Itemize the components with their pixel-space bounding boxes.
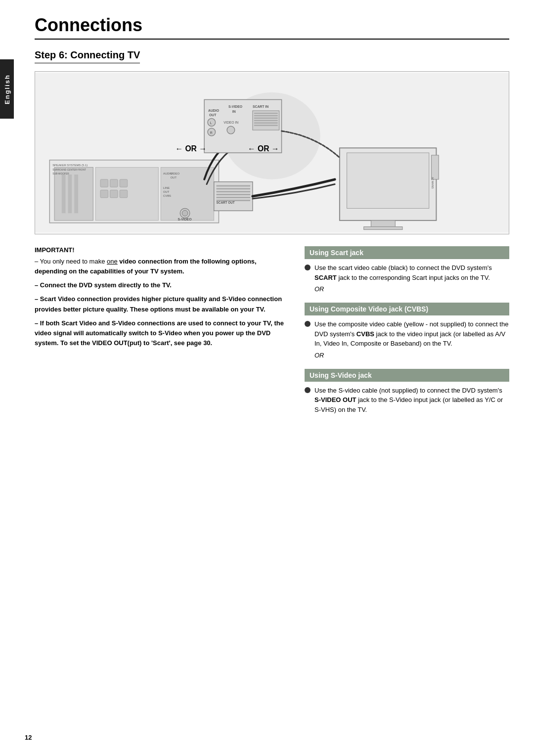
svg-rect-9: [110, 179, 118, 187]
svg-rect-8: [100, 179, 108, 187]
svg-rect-29: [217, 185, 250, 186]
scart-header: Using Scart jack: [305, 246, 509, 259]
svg-text:VIDEO: VIDEO: [171, 172, 180, 175]
svg-rect-60: [432, 155, 439, 179]
important-text: – You only need to make one video connec…: [35, 257, 285, 348]
svg-text:R: R: [210, 131, 213, 134]
bullet-icon: [305, 265, 311, 270]
svg-rect-3: [54, 167, 93, 221]
svg-rect-51: [254, 120, 278, 121]
svg-text:SCART IN: SCART IN: [253, 105, 268, 108]
svg-rect-11: [100, 190, 108, 198]
svg-rect-5: [68, 175, 72, 213]
bullet-icon: [305, 387, 311, 393]
svg-rect-31: [217, 191, 250, 192]
svg-text:AC MAINS: AC MAINS: [431, 177, 434, 189]
svg-rect-34: [217, 200, 250, 201]
svg-text:VIDEO IN: VIDEO IN: [223, 121, 238, 124]
or-text-2: OR: [314, 352, 509, 359]
svg-rect-57: [347, 153, 429, 208]
cvbs-bullet: Use the composite video cable (yellow - …: [305, 319, 509, 349]
svg-text:LINE: LINE: [163, 186, 170, 189]
svg-rect-10: [120, 179, 128, 187]
cvbs-header: Using Composite Video jack (CVBS): [305, 303, 509, 315]
svg-text:OUT: OUT: [163, 190, 170, 193]
language-label: English: [3, 74, 11, 104]
svg-rect-30: [217, 188, 250, 189]
svg-text:L: L: [210, 121, 212, 125]
svg-text:OUT: OUT: [209, 113, 217, 117]
important-label: IMPORTANT!: [35, 246, 285, 254]
bullet-icon: [305, 321, 311, 327]
svideo-bullet-text: Use the S-video cable (not supplied) to …: [314, 386, 509, 415]
important-column: IMPORTANT! – You only need to make one v…: [35, 246, 285, 424]
svg-rect-49: [254, 115, 278, 116]
cvbs-bullet-text: Use the composite video cable (yellow - …: [314, 319, 509, 349]
svg-rect-32: [217, 194, 250, 195]
svg-rect-48: [254, 113, 278, 114]
svg-text:S-VIDEO: S-VIDEO: [228, 105, 243, 108]
svg-rect-53: [254, 125, 278, 126]
scart-section: Using Scart jack Use the scart video cab…: [305, 246, 509, 293]
svg-rect-33: [217, 197, 250, 198]
svg-rect-6: [74, 175, 78, 213]
content-columns: IMPORTANT! – You only need to make one v…: [35, 246, 509, 424]
svg-text:← OR →: ← OR →: [175, 144, 206, 153]
svg-rect-52: [254, 122, 278, 123]
svg-text:OUT: OUT: [171, 176, 177, 179]
svg-point-26: [182, 210, 188, 216]
svg-text:AUDIO: AUDIO: [208, 109, 220, 112]
sections-column: Using Scart jack Use the scart video cab…: [305, 246, 509, 424]
svg-text:← OR →: ← OR →: [248, 144, 279, 153]
svideo-bullet: Use the S-video cable (not supplied) to …: [305, 386, 509, 415]
svg-point-45: [227, 126, 235, 134]
svg-text:SPEAKER SYSTEMS (5.1): SPEAKER SYSTEMS (5.1): [52, 164, 88, 167]
connection-diagram: SPEAKER SYSTEMS (5.1) SURROUND CENTER FR…: [35, 71, 509, 234]
svg-text:SUB-WOOFER: SUB-WOOFER: [52, 173, 69, 175]
svg-rect-13: [120, 190, 128, 198]
svg-rect-59: [364, 227, 402, 230]
svideo-header: Using S-Video jack: [305, 369, 509, 382]
svg-text:CVBS: CVBS: [163, 194, 171, 197]
page-title: Connections: [35, 15, 509, 40]
language-tab: English: [0, 59, 14, 119]
svideo-section: Using S-Video jack Use the S-video cable…: [305, 369, 509, 415]
svg-rect-4: [62, 175, 66, 213]
main-content: Connections Step 6: Connecting TV: [20, 0, 534, 439]
svg-text:IN: IN: [232, 110, 236, 113]
scart-bullet-text: Use the scart video cable (black) to con…: [314, 263, 509, 282]
svg-text:SURROUND CENTER FRONT: SURROUND CENTER FRONT: [52, 169, 86, 171]
scart-bullet: Use the scart video cable (black) to con…: [305, 263, 509, 282]
cvbs-section: Using Composite Video jack (CVBS) Use th…: [305, 303, 509, 359]
or-text-1: OR: [314, 285, 509, 293]
svg-rect-12: [110, 190, 118, 198]
page-number: 12: [25, 734, 32, 741]
step-heading: Step 6: Connecting TV: [35, 49, 140, 63]
svg-rect-50: [254, 118, 278, 119]
